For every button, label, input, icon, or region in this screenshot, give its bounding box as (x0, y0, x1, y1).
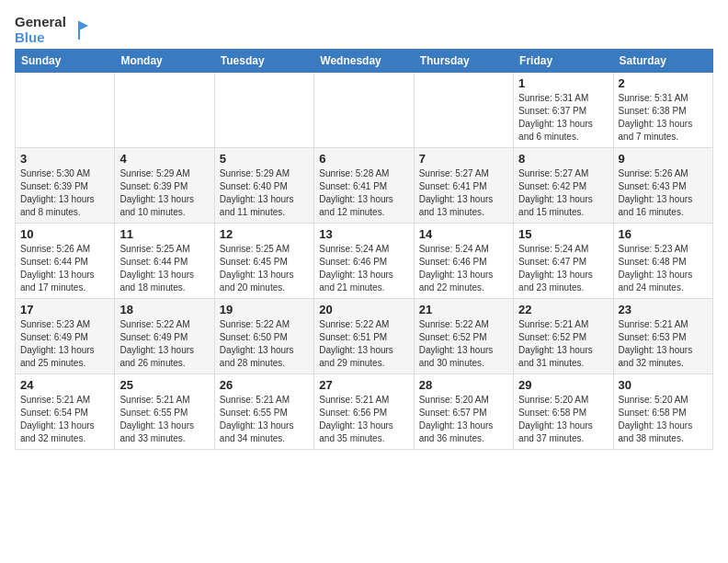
calendar-cell: 13Sunrise: 5:24 AM Sunset: 6:46 PM Dayli… (314, 224, 414, 299)
day-number: 20 (319, 303, 408, 316)
calendar-cell: 18Sunrise: 5:22 AM Sunset: 6:49 PM Dayli… (115, 299, 214, 374)
day-number: 5 (220, 152, 309, 166)
day-number: 26 (220, 378, 309, 392)
day-number: 14 (419, 227, 508, 241)
calendar-cell: 12Sunrise: 5:25 AM Sunset: 6:45 PM Dayli… (214, 224, 313, 299)
calendar-cell: 28Sunrise: 5:20 AM Sunset: 6:57 PM Dayli… (414, 374, 513, 450)
calendar-cell: 27Sunrise: 5:21 AM Sunset: 6:56 PM Dayli… (314, 374, 414, 450)
calendar-cell: 17Sunrise: 5:23 AM Sunset: 6:49 PM Dayli… (16, 299, 115, 374)
day-number: 6 (319, 152, 408, 166)
calendar-cell: 3Sunrise: 5:30 AM Sunset: 6:39 PM Daylig… (16, 148, 115, 224)
week-row-1: 1Sunrise: 5:31 AM Sunset: 6:37 PM Daylig… (16, 73, 713, 148)
day-info: Sunrise: 5:23 AM Sunset: 6:48 PM Dayligh… (619, 243, 708, 294)
day-number: 23 (619, 303, 708, 316)
col-header-tuesday: Tuesday (214, 50, 313, 73)
day-number: 3 (20, 152, 109, 166)
day-info: Sunrise: 5:25 AM Sunset: 6:44 PM Dayligh… (119, 243, 209, 294)
day-info: Sunrise: 5:21 AM Sunset: 6:56 PM Dayligh… (319, 394, 408, 445)
day-info: Sunrise: 5:21 AM Sunset: 6:54 PM Dayligh… (20, 394, 109, 445)
calendar-cell: 10Sunrise: 5:26 AM Sunset: 6:44 PM Dayli… (16, 224, 115, 299)
day-info: Sunrise: 5:27 AM Sunset: 6:42 PM Dayligh… (518, 167, 608, 219)
week-row-2: 3Sunrise: 5:30 AM Sunset: 6:39 PM Daylig… (16, 148, 713, 224)
day-info: Sunrise: 5:22 AM Sunset: 6:52 PM Dayligh… (419, 318, 508, 370)
week-row-3: 10Sunrise: 5:26 AM Sunset: 6:44 PM Dayli… (16, 224, 713, 299)
day-number: 19 (220, 303, 309, 316)
day-number: 1 (518, 76, 608, 90)
calendar-cell: 22Sunrise: 5:21 AM Sunset: 6:52 PM Dayli… (514, 299, 613, 374)
calendar-cell: 16Sunrise: 5:23 AM Sunset: 6:48 PM Dayli… (613, 224, 712, 299)
calendar-cell: 15Sunrise: 5:24 AM Sunset: 6:47 PM Dayli… (514, 224, 613, 299)
calendar-cell: 1Sunrise: 5:31 AM Sunset: 6:37 PM Daylig… (514, 73, 613, 148)
day-info: Sunrise: 5:23 AM Sunset: 6:49 PM Dayligh… (20, 318, 109, 370)
calendar-cell: 26Sunrise: 5:21 AM Sunset: 6:55 PM Dayli… (214, 374, 313, 450)
day-number: 9 (619, 152, 708, 166)
logo-line2: Blue (15, 30, 66, 46)
day-number: 13 (319, 227, 408, 241)
day-info: Sunrise: 5:31 AM Sunset: 6:38 PM Dayligh… (619, 92, 708, 144)
day-number: 4 (119, 152, 209, 166)
day-info: Sunrise: 5:28 AM Sunset: 6:41 PM Dayligh… (319, 167, 408, 219)
col-header-friday: Friday (514, 50, 613, 73)
day-info: Sunrise: 5:29 AM Sunset: 6:39 PM Dayligh… (119, 167, 209, 219)
calendar-cell: 19Sunrise: 5:22 AM Sunset: 6:50 PM Dayli… (214, 299, 313, 374)
col-header-monday: Monday (115, 50, 214, 73)
col-header-sunday: Sunday (16, 50, 115, 73)
calendar-cell: 5Sunrise: 5:29 AM Sunset: 6:40 PM Daylig… (214, 148, 313, 224)
day-number: 16 (619, 227, 708, 241)
day-info: Sunrise: 5:30 AM Sunset: 6:39 PM Dayligh… (20, 167, 109, 219)
day-info: Sunrise: 5:26 AM Sunset: 6:44 PM Dayligh… (20, 243, 109, 294)
calendar-cell: 20Sunrise: 5:22 AM Sunset: 6:51 PM Dayli… (314, 299, 414, 374)
day-info: Sunrise: 5:21 AM Sunset: 6:53 PM Dayligh… (619, 318, 708, 370)
day-info: Sunrise: 5:21 AM Sunset: 6:55 PM Dayligh… (220, 394, 309, 445)
calendar-cell: 14Sunrise: 5:24 AM Sunset: 6:46 PM Dayli… (414, 224, 513, 299)
day-info: Sunrise: 5:20 AM Sunset: 6:57 PM Dayligh… (419, 394, 508, 445)
col-header-wednesday: Wednesday (314, 50, 414, 73)
calendar-cell: 23Sunrise: 5:21 AM Sunset: 6:53 PM Dayli… (613, 299, 712, 374)
day-number: 17 (20, 303, 109, 316)
day-info: Sunrise: 5:20 AM Sunset: 6:58 PM Dayligh… (619, 394, 708, 445)
day-info: Sunrise: 5:29 AM Sunset: 6:40 PM Dayligh… (220, 167, 309, 219)
day-number: 12 (220, 227, 309, 241)
svg-rect-1 (78, 21, 80, 40)
logo-line1: General (15, 15, 66, 30)
day-info: Sunrise: 5:21 AM Sunset: 6:55 PM Dayligh… (119, 394, 209, 445)
calendar-cell: 4Sunrise: 5:29 AM Sunset: 6:39 PM Daylig… (115, 148, 214, 224)
calendar-cell: 25Sunrise: 5:21 AM Sunset: 6:55 PM Dayli… (115, 374, 214, 450)
calendar-cell: 9Sunrise: 5:26 AM Sunset: 6:43 PM Daylig… (613, 148, 712, 224)
day-number: 27 (319, 378, 408, 392)
calendar-cell: 30Sunrise: 5:20 AM Sunset: 6:58 PM Dayli… (613, 374, 712, 450)
day-number: 25 (119, 378, 209, 392)
day-info: Sunrise: 5:26 AM Sunset: 6:43 PM Dayligh… (619, 167, 708, 219)
day-info: Sunrise: 5:27 AM Sunset: 6:41 PM Dayligh… (419, 167, 508, 219)
day-info: Sunrise: 5:31 AM Sunset: 6:37 PM Dayligh… (518, 92, 608, 144)
day-number: 21 (419, 303, 508, 316)
calendar-cell (214, 73, 313, 148)
page-header: General Blue (15, 15, 713, 45)
calendar-header-row: SundayMondayTuesdayWednesdayThursdayFrid… (16, 50, 713, 73)
day-number: 7 (419, 152, 508, 166)
day-number: 10 (20, 227, 109, 241)
calendar-cell (16, 73, 115, 148)
logo: General Blue (15, 15, 88, 45)
day-number: 15 (518, 227, 608, 241)
calendar-cell (115, 73, 214, 148)
day-info: Sunrise: 5:24 AM Sunset: 6:46 PM Dayligh… (419, 243, 508, 294)
day-number: 11 (119, 227, 209, 241)
day-info: Sunrise: 5:24 AM Sunset: 6:47 PM Dayligh… (518, 243, 608, 294)
calendar-table: SundayMondayTuesdayWednesdayThursdayFrid… (15, 49, 713, 450)
logo-flag-icon (70, 21, 88, 40)
day-info: Sunrise: 5:21 AM Sunset: 6:52 PM Dayligh… (518, 318, 608, 370)
calendar-cell: 21Sunrise: 5:22 AM Sunset: 6:52 PM Dayli… (414, 299, 513, 374)
day-number: 29 (518, 378, 608, 392)
col-header-thursday: Thursday (414, 50, 513, 73)
day-info: Sunrise: 5:20 AM Sunset: 6:58 PM Dayligh… (518, 394, 608, 445)
calendar-cell (314, 73, 414, 148)
calendar-cell: 2Sunrise: 5:31 AM Sunset: 6:38 PM Daylig… (613, 73, 712, 148)
day-info: Sunrise: 5:22 AM Sunset: 6:49 PM Dayligh… (119, 318, 209, 370)
day-info: Sunrise: 5:22 AM Sunset: 6:50 PM Dayligh… (220, 318, 309, 370)
calendar-cell: 11Sunrise: 5:25 AM Sunset: 6:44 PM Dayli… (115, 224, 214, 299)
day-number: 18 (119, 303, 209, 316)
calendar-cell: 7Sunrise: 5:27 AM Sunset: 6:41 PM Daylig… (414, 148, 513, 224)
day-info: Sunrise: 5:24 AM Sunset: 6:46 PM Dayligh… (319, 243, 408, 294)
week-row-5: 24Sunrise: 5:21 AM Sunset: 6:54 PM Dayli… (16, 374, 713, 450)
